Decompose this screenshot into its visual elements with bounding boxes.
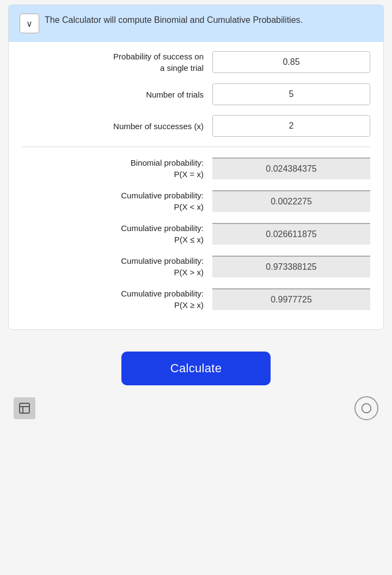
binomial-prob-label: Binomial probability:P(X = x) <box>22 157 212 180</box>
cum-prob-gte-row: Cumulative probability:P(X ≥ x) <box>22 288 370 311</box>
cum-prob-gte-output <box>212 288 370 310</box>
prob-success-row: Probability of success ona single trial <box>22 51 370 74</box>
cum-prob-gte-label: Cumulative probability:P(X ≥ x) <box>22 288 212 311</box>
binomial-prob-row: Binomial probability:P(X = x) <box>22 157 370 180</box>
bottom-icons-bar <box>8 396 384 420</box>
cum-prob-lt-output <box>212 190 370 212</box>
num-successes-label: Number of successes (x) <box>22 120 212 132</box>
cum-prob-lte-label: Cumulative probability:P(X ≤ x) <box>22 222 212 245</box>
collapse-button[interactable]: ∨ <box>20 14 39 33</box>
bottom-right-icon[interactable] <box>354 396 378 420</box>
form-section: Probability of success ona single trial … <box>9 42 383 329</box>
cum-prob-gt-row: Cumulative probability:P(X > x) <box>22 255 370 278</box>
svg-point-3 <box>362 404 371 413</box>
cum-prob-gt-output <box>212 256 370 277</box>
cum-prob-lt-row: Cumulative probability:P(X < x) <box>22 190 370 213</box>
num-successes-row: Number of successes (x) <box>22 115 370 137</box>
calculator-card: ∨ The Calculator will compute Binomial a… <box>8 4 384 330</box>
svg-rect-0 <box>20 403 29 413</box>
info-banner: ∨ The Calculator will compute Binomial a… <box>9 5 383 42</box>
cum-prob-lt-label: Cumulative probability:P(X < x) <box>22 190 212 213</box>
page-footer: Calculate <box>0 352 392 431</box>
num-trials-input[interactable] <box>212 83 370 105</box>
binomial-prob-output <box>212 158 370 179</box>
prob-success-label: Probability of success ona single trial <box>22 51 212 74</box>
cum-prob-lte-output <box>212 223 370 245</box>
info-text: The Calculator will compute Binomial and… <box>45 14 303 27</box>
bottom-left-icon[interactable] <box>14 397 35 419</box>
divider <box>22 147 370 147</box>
cum-prob-lte-row: Cumulative probability:P(X ≤ x) <box>22 222 370 245</box>
cum-prob-gt-label: Cumulative probability:P(X > x) <box>22 255 212 278</box>
chevron-down-icon: ∨ <box>26 19 33 29</box>
num-successes-input[interactable] <box>212 115 370 137</box>
calculate-button[interactable]: Calculate <box>121 352 271 385</box>
num-trials-label: Number of trials <box>22 89 212 100</box>
num-trials-row: Number of trials <box>22 83 370 105</box>
prob-success-input[interactable] <box>212 51 370 73</box>
